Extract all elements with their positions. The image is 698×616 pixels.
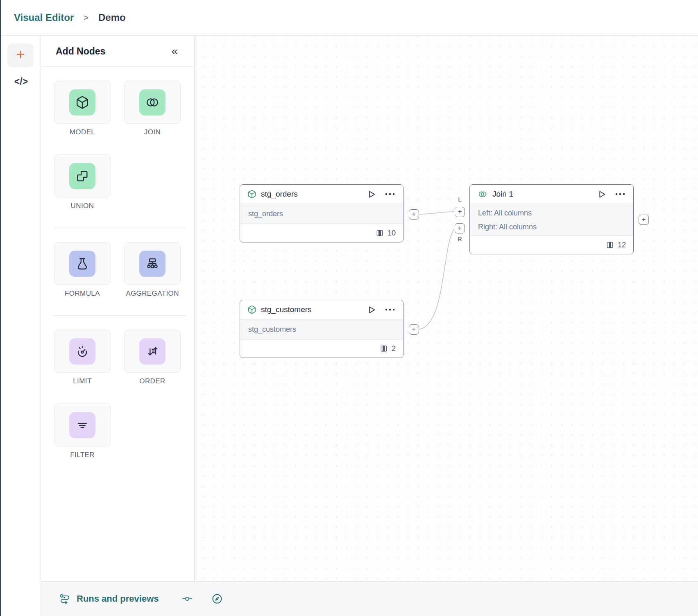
port-join-output[interactable]: + (639, 215, 649, 225)
tile-formula[interactable]: FORMULA (54, 242, 111, 298)
code-view-button[interactable]: </> (1, 76, 41, 87)
left-accent-bar (0, 0, 1, 616)
union-squares-icon (69, 163, 95, 189)
column-count: 10 (388, 229, 396, 238)
left-rail: + </> (1, 36, 41, 616)
panel-divider (53, 315, 186, 316)
bottom-bar: Runs and previews (41, 581, 698, 616)
plus-icon: + (16, 47, 25, 62)
flask-icon (69, 251, 95, 277)
cube-icon (247, 305, 256, 314)
pipeline-canvas[interactable]: stg_orders stg_orders (195, 36, 698, 581)
hierarchy-icon (139, 251, 165, 277)
add-nodes-panel-header: Add Nodes « (41, 36, 194, 67)
tile-label: FORMULA (65, 290, 100, 298)
runs-and-previews-label: Runs and previews (77, 593, 159, 604)
edge-customers-to-join-right (419, 229, 454, 329)
node-body: Left: All columns Right: All columns (470, 204, 633, 236)
node-stg-customers[interactable]: stg_customers stg_customers (240, 300, 403, 358)
compass-icon[interactable] (211, 593, 223, 605)
tile-limit[interactable]: LIMIT (54, 330, 111, 385)
join-circles-icon (477, 190, 488, 199)
node-menu-button[interactable] (615, 193, 625, 195)
join-circles-icon (139, 89, 165, 116)
tile-label: UNION (71, 202, 94, 210)
node-title: stg_orders (261, 190, 298, 199)
panel-title: Add Nodes (56, 46, 105, 57)
node-footer: 2 (240, 340, 403, 358)
breadcrumb: Visual Editor > Demo (1, 0, 698, 36)
tile-aggregation[interactable]: AGGREGATION (124, 242, 181, 298)
node-footer: 10 (240, 224, 403, 242)
gauge-icon (69, 338, 95, 365)
commit-icon[interactable] (182, 593, 193, 604)
node-title: Join 1 (492, 190, 513, 199)
tile-label: LIMIT (73, 377, 91, 385)
code-icon: </> (14, 76, 28, 87)
run-node-button[interactable] (367, 190, 376, 199)
node-body: stg_orders (240, 204, 403, 224)
plus-icon: + (412, 326, 416, 333)
tile-label: MODEL (70, 128, 95, 136)
add-node-button[interactable]: + (7, 43, 34, 67)
tile-label: AGGREGATION (126, 290, 179, 298)
cube-icon (247, 190, 256, 199)
tile-label: JOIN (144, 128, 161, 136)
node-join-1[interactable]: Join 1 Left: All columns Right: All colu… (469, 184, 634, 254)
tile-union[interactable]: UNION (54, 154, 111, 210)
columns-icon (606, 241, 614, 249)
tile-join[interactable]: JOIN (124, 81, 181, 136)
port-stg-customers-output[interactable]: + (409, 324, 419, 335)
node-header: stg_orders (240, 185, 403, 204)
node-stg-orders[interactable]: stg_orders stg_orders (240, 184, 403, 242)
visual-editor-app: Visual Editor > Demo + </> Add Nodes « (0, 0, 698, 616)
cube-icon (69, 89, 95, 116)
tile-order[interactable]: ORDER (124, 330, 181, 385)
add-nodes-panel: Add Nodes « MODEL JOIN (41, 36, 195, 581)
columns-icon (376, 229, 384, 237)
port-join-right-input[interactable]: + (455, 223, 465, 233)
column-count: 2 (392, 344, 396, 353)
port-stg-orders-output[interactable]: + (409, 209, 419, 220)
node-body: stg_customers (240, 319, 403, 340)
node-menu-button[interactable] (385, 193, 395, 195)
panel-divider (53, 228, 186, 228)
plus-icon: + (458, 224, 462, 231)
plus-icon: + (412, 211, 416, 217)
node-header: stg_customers (240, 300, 403, 319)
tile-filter[interactable]: FILTER (54, 403, 111, 459)
runs-and-previews-button[interactable]: Runs and previews (59, 593, 159, 605)
breadcrumb-separator: > (84, 13, 88, 23)
tile-label: FILTER (70, 451, 95, 459)
port-join-left-input[interactable]: + (455, 207, 465, 217)
filter-lines-icon (69, 412, 95, 438)
run-node-button[interactable] (367, 306, 376, 314)
tile-model[interactable]: MODEL (54, 81, 111, 136)
join-right-config: Right: All columns (478, 220, 625, 234)
join-right-port-label: R (455, 236, 465, 242)
tile-label: ORDER (139, 377, 165, 385)
columns-icon (380, 344, 388, 353)
node-source: stg_customers (248, 325, 395, 334)
collapse-panel-icon[interactable]: « (171, 45, 178, 57)
join-left-port-label: L (455, 196, 465, 203)
runs-flow-icon (59, 593, 71, 605)
node-menu-button[interactable] (385, 308, 395, 311)
plus-icon: + (642, 216, 646, 223)
node-title: stg_customers (261, 305, 312, 314)
edge-orders-to-join-left (419, 212, 454, 214)
node-header: Join 1 (470, 185, 633, 204)
plus-icon: + (458, 208, 462, 215)
node-source: stg_orders (248, 210, 395, 218)
run-node-button[interactable] (598, 190, 606, 199)
breadcrumb-current-page: Demo (98, 12, 126, 23)
sort-icon (139, 338, 165, 365)
join-left-config: Left: All columns (478, 206, 625, 220)
breadcrumb-visual-editor-link[interactable]: Visual Editor (14, 12, 74, 23)
column-count: 12 (618, 241, 626, 249)
node-footer: 12 (470, 236, 633, 254)
